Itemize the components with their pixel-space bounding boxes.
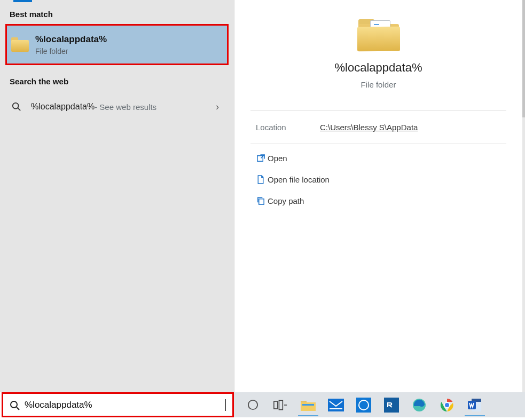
location-label: Location [256, 123, 320, 132]
file-explorer-taskbar-icon[interactable] [296, 393, 320, 416]
taskbar-search-box[interactable] [2, 392, 234, 417]
open-action[interactable]: Open [254, 147, 503, 169]
open-icon [254, 154, 268, 163]
preview-subtitle: File folder [234, 80, 522, 89]
svg-point-6 [248, 400, 257, 409]
svg-line-5 [17, 407, 19, 410]
filter-tab-active-indicator [13, 0, 32, 2]
web-search-result[interactable]: %localappdata% - See web results › [0, 91, 234, 122]
search-input[interactable] [25, 400, 225, 410]
svg-rect-13 [328, 399, 344, 411]
open-file-location-label: Open file location [268, 175, 330, 184]
edge-taskbar-icon[interactable] [407, 393, 432, 416]
taskbar [234, 392, 525, 417]
mail-taskbar-icon[interactable] [324, 393, 348, 416]
scrollbar-thumb[interactable] [522, 0, 525, 117]
svg-point-0 [13, 103, 19, 109]
svg-rect-8 [279, 400, 283, 409]
dell-taskbar-icon[interactable] [351, 393, 376, 416]
copy-path-action[interactable]: Copy path [254, 190, 503, 211]
open-location-icon [254, 175, 268, 184]
search-web-section-label: Search the web [0, 65, 234, 91]
svg-line-1 [18, 108, 21, 111]
copy-path-label: Copy path [268, 196, 304, 205]
folder-icon [11, 37, 29, 52]
task-view-button[interactable] [268, 393, 293, 416]
best-match-title: %localappdata% [35, 34, 107, 45]
open-action-label: Open [268, 154, 287, 163]
search-icon [12, 102, 21, 112]
svg-point-4 [11, 401, 17, 408]
chrome-taskbar-icon[interactable] [435, 393, 459, 416]
svg-rect-3 [258, 199, 263, 204]
text-caret [225, 399, 226, 411]
cortana-button[interactable] [240, 393, 265, 416]
folder-icon [357, 19, 400, 51]
open-file-location-action[interactable]: Open file location [254, 169, 503, 190]
realtek-audio-taskbar-icon[interactable] [379, 393, 404, 416]
svg-point-20 [445, 403, 449, 407]
preview-title: %localappdata% [234, 61, 522, 75]
result-preview-panel: %localappdata% File folder Location C:\U… [234, 0, 522, 392]
word-taskbar-icon[interactable] [463, 393, 487, 416]
location-link[interactable]: C:\Users\Blessy S\AppData [320, 123, 418, 132]
best-match-section-label: Best match [0, 0, 234, 24]
web-result-text: %localappdata% [31, 102, 95, 112]
svg-rect-7 [274, 401, 278, 409]
chevron-right-icon: › [216, 101, 219, 113]
search-icon [10, 400, 19, 410]
svg-rect-12 [302, 404, 314, 406]
web-result-suffix: - See web results [95, 102, 156, 112]
best-match-subtitle: File folder [35, 47, 107, 56]
search-results-panel: Best match %localappdata% File folder Se… [0, 0, 234, 392]
copy-icon [254, 196, 268, 205]
best-match-result[interactable]: %localappdata% File folder [5, 24, 229, 65]
svg-rect-11 [301, 402, 316, 411]
